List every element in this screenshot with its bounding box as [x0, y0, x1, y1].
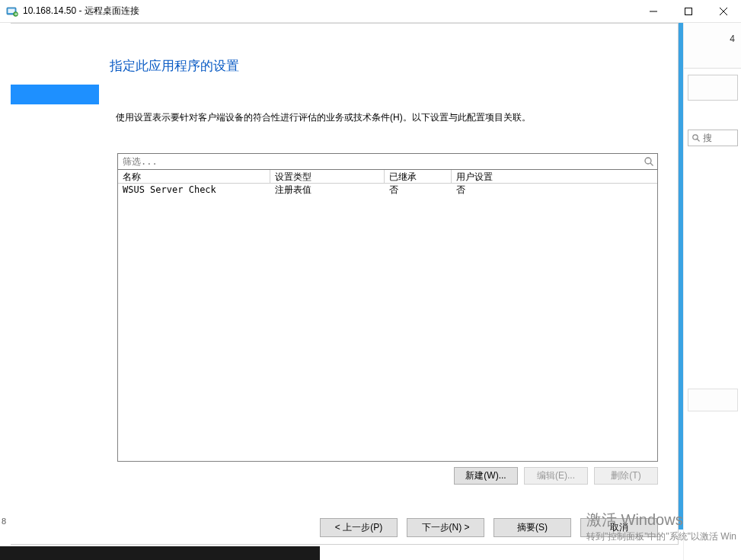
window-title: 10.168.14.50 - 远程桌面连接 [23, 5, 139, 18]
minimize-button[interactable] [636, 0, 671, 23]
table-actions: 新建(W)... 编辑(E)... 删除(T) [454, 467, 658, 485]
svg-rect-3 [685, 8, 692, 15]
page-description: 使用设置表示要针对客户端设备的符合性进行评估的业务或技术条件(H)。以下设置与此… [116, 111, 531, 124]
filter-search-button[interactable] [640, 154, 657, 169]
settings-table: 名称 设置类型 已继承 用户设置 WSUS Server Check 注册表值 … [117, 170, 658, 462]
workspace: 4 搜 指定此应用程序的设置 使用设置表示要针对客户端设备的符合性进行评估的业务… [11, 23, 741, 560]
cell-inherited: 否 [385, 184, 452, 197]
summary-button[interactable]: 摘要(S) [493, 518, 571, 537]
right-panel-box-2 [688, 389, 738, 411]
col-type[interactable]: 设置类型 [270, 170, 385, 183]
right-panel-box [688, 75, 738, 101]
cell-name: WSUS Server Check [118, 184, 270, 195]
titlebar: 10.168.14.50 - 远程桌面连接 [0, 0, 741, 23]
left-edge-text: 8 [0, 510, 11, 532]
next-button[interactable]: 下一步(N) > [407, 518, 484, 537]
rdp-icon [6, 5, 18, 18]
wizard-dialog: 指定此应用程序的设置 使用设置表示要针对客户端设备的符合性进行评估的业务或技术条… [11, 23, 679, 545]
filter-row [117, 153, 658, 170]
cancel-button[interactable]: 取消 [580, 518, 658, 537]
edit-button: 编辑(E)... [524, 467, 588, 485]
table-row[interactable]: WSUS Server Check 注册表值 否 否 [118, 184, 657, 196]
taskbar-fragment [0, 546, 320, 560]
right-panel-header [684, 23, 741, 69]
cell-type: 注册表值 [270, 184, 385, 197]
maximize-button[interactable] [671, 0, 706, 23]
delete-button: 删除(T) [594, 467, 658, 485]
close-button[interactable] [706, 0, 741, 23]
search-icon [691, 133, 701, 142]
wizard-actions: < 上一步(P) 下一步(N) > 摘要(S) 取消 [320, 514, 658, 544]
right-panel: 4 搜 [683, 23, 741, 560]
svg-rect-1 [8, 8, 15, 13]
filter-input[interactable] [118, 156, 640, 167]
svg-point-5 [645, 158, 651, 164]
right-panel-label: 4 [730, 34, 735, 44]
left-edge-fragments: 8 [0, 23, 11, 560]
col-name[interactable]: 名称 [118, 170, 270, 183]
new-button[interactable]: 新建(W)... [454, 467, 518, 485]
table-header: 名称 设置类型 已继承 用户设置 [118, 170, 657, 184]
right-panel-search[interactable]: 搜 [688, 130, 738, 146]
col-inherited[interactable]: 已继承 [385, 170, 452, 183]
blue-stripe [679, 23, 683, 530]
svg-point-4 [693, 135, 698, 139]
page-title: 指定此应用程序的设置 [110, 57, 239, 75]
wizard-step-active[interactable] [11, 85, 99, 104]
window-controls [636, 0, 741, 23]
col-user-setting[interactable]: 用户设置 [452, 170, 657, 183]
cell-user-setting: 否 [452, 184, 657, 197]
prev-button[interactable]: < 上一步(P) [320, 518, 398, 537]
right-panel-search-text: 搜 [703, 132, 712, 145]
